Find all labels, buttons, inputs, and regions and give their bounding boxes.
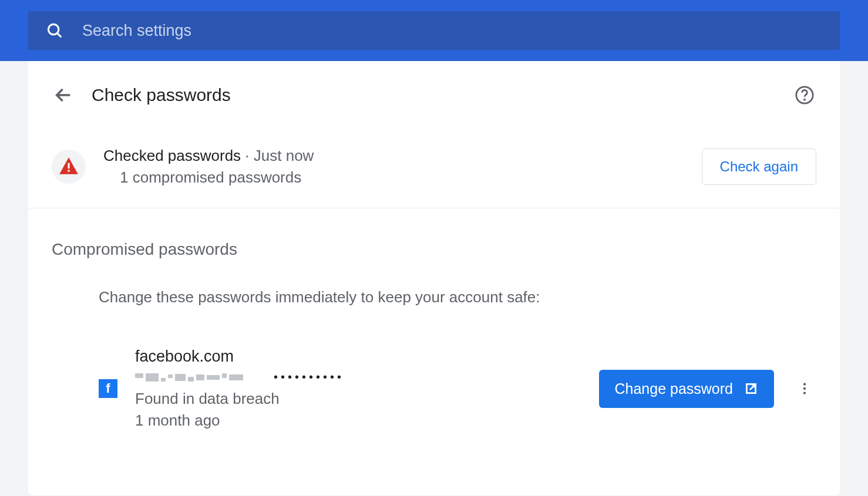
status-checked-label: Checked passwords (103, 147, 241, 164)
more-options-button[interactable] (793, 377, 816, 400)
svg-rect-5 (68, 163, 69, 169)
search-box[interactable] (28, 11, 840, 50)
page-title: Check passwords (92, 85, 793, 105)
status-icon-circle (52, 150, 86, 184)
svg-rect-6 (68, 170, 69, 172)
password-dots: •••••••••• (274, 370, 344, 384)
site-name: facebook.com (135, 347, 599, 366)
status-row: Checked passwords · Just now 1 compromis… (28, 129, 840, 208)
more-vertical-icon (797, 381, 812, 396)
svg-line-1 (57, 33, 61, 37)
compromised-instruction: Change these passwords immediately to ke… (28, 276, 840, 324)
settings-card: Check passwords Checked passwords · Just… (28, 61, 840, 495)
compromised-section-title: Compromised passwords (28, 208, 840, 276)
svg-point-7 (803, 383, 806, 385)
svg-point-4 (804, 99, 805, 100)
credential-line: •••••••••• (135, 370, 599, 384)
breach-info: Found in data breach (135, 390, 599, 408)
status-summary: 1 compromised passwords (103, 168, 702, 187)
help-button[interactable] (793, 83, 816, 107)
change-password-label: Change password (614, 380, 733, 397)
facebook-favicon-icon: f (99, 379, 117, 398)
card-header: Check passwords (28, 61, 840, 129)
svg-point-9 (803, 392, 806, 394)
arrow-left-icon (53, 85, 73, 105)
help-icon (795, 85, 815, 105)
svg-point-8 (803, 387, 806, 390)
open-external-icon (743, 381, 759, 396)
password-item: f facebook.com •••••••••• Found i (28, 324, 840, 441)
back-button[interactable] (52, 83, 75, 107)
status-time: Just now (254, 147, 314, 164)
status-checked-line: Checked passwords · Just now (103, 147, 702, 165)
search-input[interactable] (82, 22, 822, 40)
check-again-button[interactable]: Check again (702, 149, 816, 185)
status-text: Checked passwords · Just now 1 compromis… (103, 147, 702, 187)
blurred-username (135, 371, 253, 384)
change-password-button[interactable]: Change password (599, 370, 774, 408)
search-icon (46, 22, 63, 39)
password-details: facebook.com •••••••••• Found in data br… (135, 347, 599, 430)
warning-triangle-icon (58, 156, 80, 178)
status-separator: · (241, 147, 254, 164)
svg-point-0 (48, 24, 59, 35)
search-header (0, 0, 868, 61)
breach-time: 1 month ago (135, 411, 599, 430)
